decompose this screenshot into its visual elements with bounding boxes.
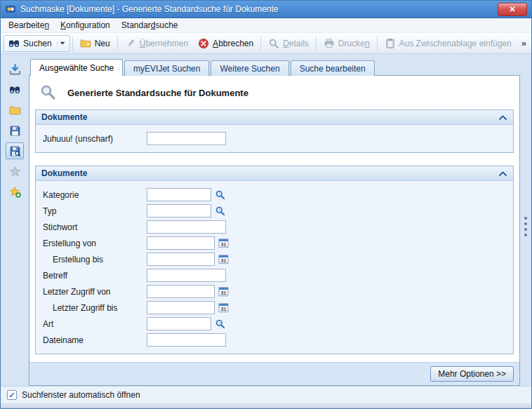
field-row-art: Art <box>43 316 506 332</box>
folder-icon <box>9 105 21 116</box>
tab-suche-bearbeiten[interactable]: Suche bearbeiten <box>291 60 375 76</box>
art-lookup-button[interactable] <box>213 317 227 331</box>
art-input[interactable] <box>147 317 211 330</box>
toolbar-button-aus-zwischenablage-einfuegen: Aus Zwischenablage einfügen <box>380 35 517 52</box>
tab-ausgewaehlte-suche[interactable]: Ausgewählte Suche <box>30 59 123 76</box>
abbrechen-icon <box>198 38 209 49</box>
side-button-add-favorite[interactable] <box>6 183 24 200</box>
toolbar: SuchenNeuÜbernehmenAbbrechenDetailsDruck… <box>1 33 531 54</box>
field-row-juhuuu-unscharf: Juhuuu! (unscharf) <box>43 130 506 147</box>
group-body: KategorieTypStichwortErstellung von31Ers… <box>36 181 513 354</box>
field-row-betreff: Betreff <box>43 267 506 283</box>
svg-text:31: 31 <box>220 258 226 264</box>
svg-text:31: 31 <box>220 242 226 248</box>
grip-dot <box>524 228 527 231</box>
calendar-icon: 31 <box>218 286 229 297</box>
side-button-save-search[interactable] <box>6 142 24 159</box>
collapse-chevron-icon[interactable] <box>498 114 507 121</box>
erstellung-von-date-picker-button[interactable]: 31 <box>216 236 230 250</box>
letzter-zugriff-bis-date-picker-button[interactable]: 31 <box>216 301 230 315</box>
menu-item-bearbeiten[interactable]: Bearbeiten <box>3 18 55 32</box>
kategorie-input[interactable] <box>147 188 211 201</box>
toolbar-button-label: Aus Zwischenablage einfügen <box>399 39 512 48</box>
toolbar-separator <box>72 36 73 51</box>
field-label: Betreff <box>43 271 147 281</box>
erstellung-bis-date-picker-button[interactable]: 31 <box>216 253 230 267</box>
typ-input[interactable] <box>147 204 211 217</box>
dateiname-input[interactable] <box>147 333 226 347</box>
menu-item-konfiguration[interactable]: Konfiguration <box>55 18 116 32</box>
toolbar-button-abbrechen[interactable]: Abbrechen <box>193 35 258 52</box>
letzter-zugriff-bis-input[interactable] <box>147 301 215 314</box>
toolbar-overflow-button[interactable]: » <box>517 38 531 48</box>
toolbar-button-label: Abbrechen <box>213 39 253 48</box>
menu-item-standardsuche[interactable]: Standardsuche <box>116 18 184 32</box>
toolbar-separator <box>316 36 317 51</box>
group-header-2[interactable]: Dokumente <box>36 166 513 181</box>
menu-bar: BearbeitenKonfigurationStandardsuche <box>1 18 531 33</box>
tab-myevijet-suchen[interactable]: myEVIJet Suchen <box>124 60 209 76</box>
details-icon <box>268 38 279 49</box>
field-label: Letzter Zugriff von <box>43 287 147 297</box>
group-header-1[interactable]: Dokumente <box>36 110 513 125</box>
group-box-1: DokumenteJuhuuu! (unscharf) <box>35 109 514 153</box>
close-button[interactable]: ✕ <box>498 3 527 16</box>
erstellung-bis-input[interactable] <box>147 253 215 266</box>
dropdown-arrow-icon[interactable] <box>57 41 65 45</box>
stichwort-input[interactable] <box>147 220 226 234</box>
erstellung-von-input[interactable] <box>147 236 215 250</box>
binoculars-icon <box>9 84 20 95</box>
side-button-save[interactable] <box>6 122 24 139</box>
side-button-favorite[interactable] <box>6 163 24 180</box>
toolbar-button-suchen[interactable]: Suchen <box>4 35 70 52</box>
star-icon <box>9 166 21 177</box>
field-label: Dateiname <box>43 335 147 345</box>
toolbar-button-neu[interactable]: Neu <box>75 35 115 52</box>
side-button-find[interactable] <box>6 81 24 98</box>
juhuuu-unscharf-input[interactable] <box>147 132 226 145</box>
field-row-letzter-zugriff-von: Letzter Zugriff von31 <box>43 283 506 300</box>
open-search-icon <box>9 64 21 76</box>
toolbar-button-details: Details <box>263 35 314 52</box>
letzter-zugriff-von-date-picker-button[interactable]: 31 <box>216 285 230 299</box>
toolbar-separator <box>260 36 261 51</box>
more-options-button[interactable]: Mehr Optionen >> <box>430 366 514 382</box>
calendar-icon: 31 <box>218 238 229 248</box>
typ-lookup-button[interactable] <box>213 204 227 218</box>
suchen-icon <box>8 38 20 49</box>
svg-text:31: 31 <box>220 307 226 312</box>
magnifier-icon <box>215 189 225 200</box>
toolbar-button-label: Details <box>283 39 309 48</box>
content-area: Ausgewählte SuchemyEVIJet SuchenWeitere … <box>29 54 520 386</box>
collapse-chevron-icon[interactable] <box>498 170 507 177</box>
window-title: Suchmaske [Dokumente] - Generierte Stand… <box>20 4 279 14</box>
window-body: Ausgewählte SuchemyEVIJet SuchenWeitere … <box>1 54 531 386</box>
star-plus-icon <box>9 186 21 198</box>
toolbar-separator <box>377 36 378 51</box>
panel-splitter[interactable] <box>523 214 528 239</box>
field-row-dateiname: Dateiname <box>43 332 506 348</box>
toolbar-button-label: Übernehmen <box>140 39 188 48</box>
calendar-icon: 31 <box>218 254 229 264</box>
toolbar-button-uebernehmen: Übernehmen <box>120 35 193 52</box>
app-icon <box>5 4 16 15</box>
tab-weitere-suchen[interactable]: Weitere Suchen <box>211 60 288 76</box>
side-button-folder[interactable] <box>6 102 24 119</box>
field-label: Kategorie <box>43 190 147 200</box>
field-row-erstellung-bis: Erstellung bis31 <box>43 251 506 267</box>
field-row-typ: Typ <box>43 203 506 219</box>
toolbar-button-drucken: Drucken <box>319 35 375 52</box>
grip-dot <box>524 234 527 236</box>
field-row-erstellung-von: Erstellung von31 <box>43 235 506 251</box>
kategorie-lookup-button[interactable] <box>213 188 227 202</box>
auto-open-checkbox[interactable]: ✓ <box>7 390 17 400</box>
window-bottom-edge <box>1 403 531 408</box>
field-row-kategorie: Kategorie <box>43 187 506 203</box>
save-icon <box>9 125 21 137</box>
magnifier-icon <box>215 206 225 216</box>
toolbar-button-label: Neu <box>95 39 110 48</box>
side-button-open-search[interactable] <box>6 61 24 78</box>
uebernehmen-icon <box>125 38 136 49</box>
letzter-zugriff-von-input[interactable] <box>147 285 215 298</box>
betreff-input[interactable] <box>147 269 226 282</box>
